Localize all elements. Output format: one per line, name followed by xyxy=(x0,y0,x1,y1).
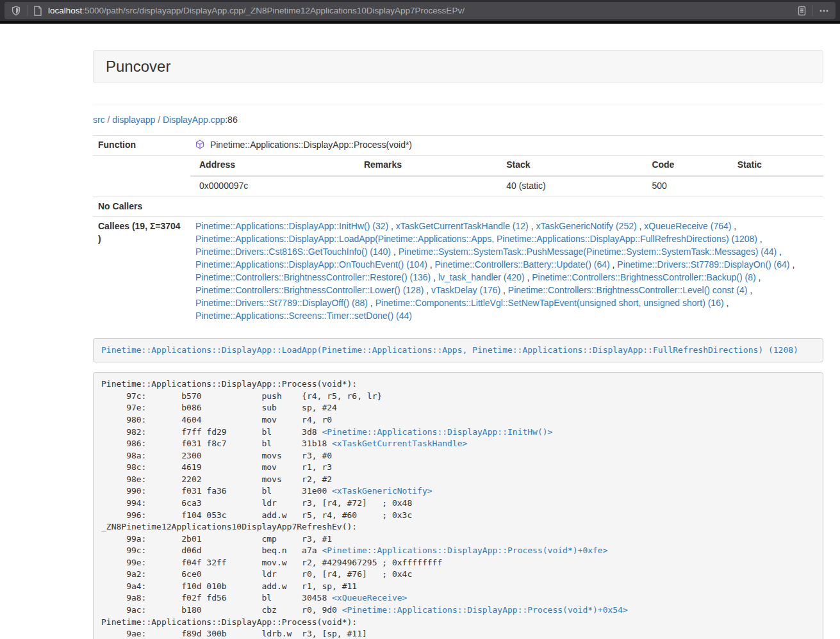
asm-symbol-link[interactable]: <Pinetime::Applications::DisplayApp::Ini… xyxy=(322,427,552,437)
url-bar[interactable]: localhost:5000/path/src/displayapp/Displ… xyxy=(4,2,836,19)
function-row: Function Pinetime::Applications::Display… xyxy=(93,135,823,155)
address-value: 0x0000097c xyxy=(190,176,355,197)
url-input[interactable]: localhost:5000/path/src/displayapp/Displ… xyxy=(48,4,797,17)
callee-link[interactable]: xTaskGetCurrentTaskHandle (12) xyxy=(396,221,529,231)
urlbar-separator xyxy=(27,5,28,16)
breadcrumb-link[interactable]: displayapp xyxy=(112,115,155,125)
metrics-values-row: 0x0000097c 40 (static) 500 xyxy=(190,176,823,197)
function-table: Function Pinetime::Applications::Display… xyxy=(93,135,823,326)
breadcrumb-separator: / xyxy=(105,115,113,125)
callees-row: Callees (19, Σ=3704 ) Pinetime::Applicat… xyxy=(93,216,823,325)
callee-link[interactable]: Pinetime::Drivers::St7789::DisplayOn() (… xyxy=(617,259,789,270)
asm-symbol-link[interactable]: <xQueueReceive> xyxy=(332,593,407,603)
no-callers-row: No Callers xyxy=(93,197,823,216)
browser-chrome: localhost:5000/path/src/displayapp/Displ… xyxy=(0,0,840,21)
assembly-code: Pinetime::Applications::DisplayApp::Proc… xyxy=(93,372,823,639)
callee-link[interactable]: Pinetime::Applications::DisplayApp::OnTo… xyxy=(195,259,427,270)
callee-link[interactable]: Pinetime::Applications::DisplayApp::Load… xyxy=(195,234,757,244)
stack-value: 40 (static) xyxy=(497,176,643,197)
static-value xyxy=(729,176,823,197)
page-container: Puncover src / displayapp / DisplayApp.c… xyxy=(93,50,823,639)
metrics-row-label xyxy=(93,155,190,197)
remarks-header: Remarks xyxy=(355,156,497,176)
code-value: 500 xyxy=(643,176,728,197)
toolbar-separator xyxy=(812,5,813,16)
callee-link[interactable]: vTaskDelay (176) xyxy=(431,285,500,295)
brand-title: Puncover xyxy=(106,56,170,77)
function-name: Pinetime::Applications::DisplayApp::Proc… xyxy=(210,140,412,150)
breadcrumb-link[interactable]: DisplayApp.cpp xyxy=(163,115,225,125)
shield-icon[interactable] xyxy=(11,6,21,16)
callee-link[interactable]: Pinetime::Applications::DisplayApp::Init… xyxy=(195,221,388,231)
brand-panel: Puncover xyxy=(93,50,823,83)
callee-link[interactable]: lv_task_handler (420) xyxy=(438,272,525,282)
callees-list: Pinetime::Applications::DisplayApp::Init… xyxy=(190,216,823,325)
remarks-value xyxy=(355,176,497,197)
loadapp-block: Pinetime::Applications::DisplayApp::Load… xyxy=(93,338,823,363)
url-host: localhost xyxy=(48,6,82,15)
content-divider xyxy=(93,104,823,104)
stack-header: Stack xyxy=(497,156,643,176)
callee-link[interactable]: xTaskGenericNotify (252) xyxy=(536,221,636,231)
code-header: Code xyxy=(643,156,728,176)
callee-link[interactable]: xQueueReceive (764) xyxy=(644,221,731,231)
reader-mode-icon[interactable] xyxy=(797,6,807,16)
callee-link[interactable]: Pinetime::Applications::Screens::Timer::… xyxy=(195,311,412,321)
no-callers-label: No Callers xyxy=(93,197,190,216)
url-path: :5000/path/src/displayapp/DisplayApp.cpp… xyxy=(82,6,465,15)
asm-symbol-link[interactable]: <xTaskGenericNotify> xyxy=(332,486,432,496)
metrics-row: Address Remarks Stack Code Static 0x0000… xyxy=(93,155,823,197)
callee-link[interactable]: Pinetime::Controllers::BrightnessControl… xyxy=(508,285,747,295)
symbol-cube-icon xyxy=(195,140,204,149)
callee-link[interactable]: Pinetime::Controllers::Battery::Update()… xyxy=(435,259,610,270)
asm-symbol-link[interactable]: <Pinetime::Applications::DisplayApp::Pro… xyxy=(342,605,628,615)
breadcrumb-link[interactable]: src xyxy=(93,115,105,125)
breadcrumb-separator: / xyxy=(155,115,163,125)
page-icon[interactable] xyxy=(33,6,42,16)
breadcrumb: src / displayapp / DisplayApp.cpp:86 xyxy=(93,114,823,127)
callee-link[interactable]: Pinetime::Components::LittleVgl::SetNewT… xyxy=(375,298,724,308)
callees-label: Callees (19, Σ=3704 ) xyxy=(93,216,190,325)
loadapp-link[interactable]: Pinetime::Applications::DisplayApp::Load… xyxy=(101,345,798,355)
breadcrumb-line-number: :86 xyxy=(225,115,237,125)
no-callers-cell xyxy=(190,197,823,216)
overflow-menu-icon[interactable] xyxy=(819,6,829,16)
metrics-table: Address Remarks Stack Code Static 0x0000… xyxy=(190,156,823,197)
callee-link[interactable]: Pinetime::Drivers::Cst816S::GetTouchInfo… xyxy=(195,247,391,257)
callee-link[interactable]: Pinetime::Drivers::St7789::DisplayOff() … xyxy=(195,298,368,308)
callee-link[interactable]: Pinetime::Controllers::BrightnessControl… xyxy=(195,285,424,295)
callee-link[interactable]: Pinetime::System::SystemTask::PushMessag… xyxy=(399,247,777,257)
function-name-cell: Pinetime::Applications::DisplayApp::Proc… xyxy=(190,135,823,155)
asm-symbol-link[interactable]: <Pinetime::Applications::DisplayApp::Pro… xyxy=(322,546,607,555)
asm-symbol-link[interactable]: <xTaskGetCurrentTaskHandle> xyxy=(332,439,467,448)
address-header: Address xyxy=(190,156,355,176)
function-label: Function xyxy=(93,135,190,155)
callee-link[interactable]: Pinetime::Controllers::BrightnessControl… xyxy=(195,272,431,282)
callee-link[interactable]: Pinetime::Controllers::BrightnessControl… xyxy=(532,272,755,282)
metrics-cell: Address Remarks Stack Code Static 0x0000… xyxy=(190,155,823,197)
static-header: Static xyxy=(729,156,823,176)
chrome-bottom-strip xyxy=(0,21,840,24)
